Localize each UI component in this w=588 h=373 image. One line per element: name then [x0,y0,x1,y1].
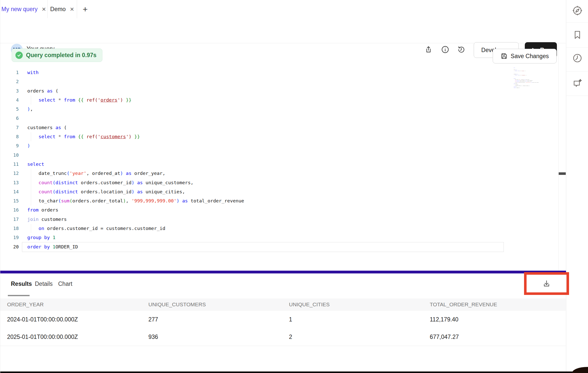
editor-minimap[interactable]: withorders as ( select * from {{ ref('or… [513,67,540,88]
line-number: 10 [0,151,19,160]
query-status-badge: Query completed in 0.97s [12,49,102,62]
table-cell: 677,047.27 [430,334,459,340]
new-tab-button[interactable]: + [77,0,93,18]
save-changes-button[interactable]: Save Changes [493,49,557,63]
code-line[interactable]: 13 count(distinct orders.customer_id) as… [0,178,558,187]
line-number: 5 [0,105,19,114]
line-number: 12 [0,169,19,178]
code-line[interactable]: 1with [0,68,558,77]
line-number: 17 [0,215,19,224]
right-sidebar [566,0,588,373]
code-line[interactable]: 12 date_trunc('year', ordered_at) as ord… [0,169,558,178]
code-line[interactable]: 2 [0,77,558,86]
info-icon[interactable] [440,44,450,55]
tab-results[interactable]: Results [11,281,32,287]
active-tab-underline [8,295,30,296]
table-row[interactable]: 2025-01-01T00:00:00.000Z9362677,047.27 [0,328,566,346]
query-header: MS Your query Develop [0,18,566,43]
sidebar-divider [566,22,588,23]
line-number: 4 [0,96,19,105]
code-line[interactable]: 16from orders [0,205,558,215]
highlight-annotation-box [524,272,569,295]
code-line[interactable]: 18 on orders.customer_id = customers.cus… [0,224,558,233]
line-number: 19 [0,233,19,242]
results-tab-bar [0,273,566,299]
code-line[interactable]: 20order by 1ORDER_ID [0,242,558,251]
line-number: 7 [0,123,19,132]
line-number: 3 [0,86,19,96]
code-line: order by 1ORDER_ID [513,87,540,88]
code-line[interactable]: 10 [0,151,558,160]
line-number: 13 [0,178,19,187]
line-number: 6 [0,114,19,123]
code-line[interactable]: 5), [0,105,558,114]
history-icon[interactable] [456,44,466,55]
code-line[interactable]: 7customers as ( [0,123,558,132]
tab-chart[interactable]: Chart [58,281,72,287]
code-line[interactable]: 19group by 1 [0,233,558,242]
line-number: 9 [0,141,19,150]
code-line[interactable]: 8 select * from {{ ref('customers') }} [0,132,558,141]
line-number: 8 [0,132,19,141]
sql-editor[interactable]: 1with23orders as (4 select * from {{ ref… [0,68,558,251]
column-header: UNIQUE_CUSTOMERS [148,301,206,308]
table-cell: 2024-01-01T00:00:00.000Z [7,316,78,323]
editor-tab-bar: My new query ✕ Demo ✕ + [0,0,566,18]
tab-my-new-query[interactable]: My new query ✕ [0,0,48,18]
code-line[interactable]: 6 [0,114,558,123]
close-icon[interactable]: ✕ [42,7,46,12]
window-bottom-edge [0,371,588,373]
line-number: 11 [0,160,19,169]
code-line[interactable]: 3orders as ( [0,86,558,96]
check-icon [15,52,23,59]
close-icon[interactable]: ✕ [70,7,74,12]
editor-scrollbar-handle[interactable] [559,172,566,175]
table-cell: 2025-01-01T00:00:00.000Z [7,334,78,340]
tab-label: My new query [2,6,38,13]
code-line[interactable]: 11select [0,160,558,169]
table-row[interactable]: 2024-01-01T00:00:00.000Z2771112,179.40 [0,311,566,329]
status-text: Query completed in 0.97s [26,52,97,59]
share-icon[interactable] [423,44,434,55]
table-cell: 2 [289,334,292,340]
editor-scrollbar-track [558,43,559,271]
save-label: Save Changes [511,53,549,60]
line-number: 20 [0,242,19,251]
sidebar-divider [566,72,588,72]
sidebar-divider [566,47,588,48]
line-number: 18 [0,224,19,233]
column-header: UNIQUE_CITIES [289,301,330,308]
code-line[interactable]: 9) [0,141,558,150]
line-number: 14 [0,187,19,196]
tab-details[interactable]: Details [35,281,53,287]
code-line[interactable]: 4 select * from {{ ref('orders') }} [0,96,558,105]
column-header: TOTAL_ORDER_REVENUE [430,301,497,308]
line-number: 15 [0,196,19,205]
table-cell: 936 [148,334,158,340]
clock-icon[interactable] [572,53,583,64]
tab-label: Demo [50,6,66,13]
compass-icon[interactable] [572,5,583,16]
bookmark-icon[interactable] [572,29,583,40]
sidebar-divider [566,96,588,96]
save-icon [501,53,508,60]
code-line[interactable]: 14 count(distinct orders.location_id) as… [0,187,558,196]
table-cell: 112,179.40 [430,316,458,323]
line-number: 1 [0,68,19,77]
table-cell: 1 [289,316,292,323]
column-header: ORDER_YEAR [7,301,44,308]
code-line[interactable]: 17join customers [0,215,558,224]
app-window: My new query ✕ Demo ✕ + MS Your query [0,0,588,373]
table-cell: 277 [148,316,158,323]
chat-sparkle-icon[interactable] [572,78,583,89]
panel-resize-divider[interactable] [0,271,566,273]
results-table-header: ORDER_YEARUNIQUE_CUSTOMERSUNIQUE_CITIEST… [0,298,566,311]
line-number: 16 [0,205,19,215]
line-number: 2 [0,77,19,86]
code-line[interactable]: 15 to_char(sum(orders.order_total), '999… [0,196,558,205]
tab-demo[interactable]: Demo ✕ [48,0,77,18]
